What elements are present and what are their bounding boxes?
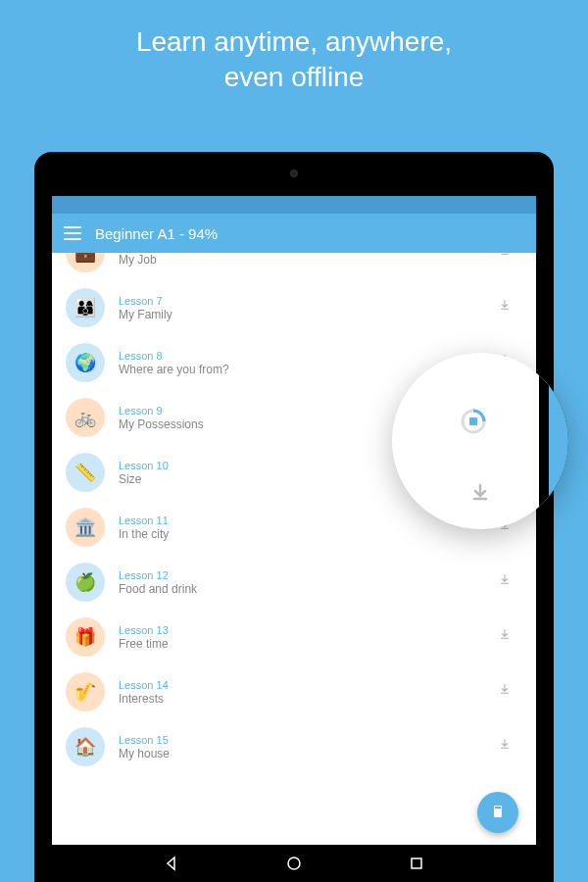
zoom-magnifier (392, 353, 568, 529)
lesson-label: Lesson 8 (119, 350, 497, 362)
lesson-icon: 🚲 (66, 398, 105, 437)
lesson-text: Lesson 12Food and drink (119, 569, 497, 596)
lesson-icon: 📏 (66, 453, 105, 492)
lesson-icon: 💼 (66, 253, 105, 272)
lesson-title: My house (119, 747, 497, 760)
svg-rect-5 (469, 417, 477, 425)
bookmark-icon (490, 804, 506, 821)
fab-button[interactable] (477, 792, 518, 833)
lesson-text: Lesson 14Interests (119, 679, 497, 706)
lesson-title: My Family (119, 308, 497, 321)
download-button[interactable] (497, 253, 516, 263)
promo-line2: even offline (224, 62, 365, 92)
lesson-text: Lesson 15My house (119, 734, 497, 760)
lesson-icon: 🎁 (66, 617, 105, 657)
lesson-title: Interests (119, 692, 497, 706)
lesson-text: Lesson 6My Job (119, 253, 497, 267)
lesson-title: My Job (119, 253, 497, 267)
lesson-row[interactable]: 🏠Lesson 15My house (52, 719, 536, 774)
device-screen: Beginner A1 - 94% 💼Lesson 6My Job👨‍👩‍👦Le… (52, 196, 536, 882)
lesson-title: In the city (119, 527, 497, 541)
android-statusbar (52, 196, 536, 214)
camera-dot (290, 170, 298, 177)
lesson-label: Lesson 13 (119, 624, 497, 636)
svg-point-2 (288, 858, 300, 869)
download-button[interactable] (497, 572, 516, 592)
lesson-label: Lesson 12 (119, 569, 497, 581)
svg-rect-3 (412, 858, 421, 868)
promo-line1: Learn anytime, anywhere, (136, 26, 452, 57)
lesson-label: Lesson 15 (119, 734, 497, 746)
recents-button[interactable] (407, 854, 426, 873)
lesson-row[interactable]: 🎷Lesson 14Interests (52, 664, 536, 719)
lesson-row[interactable]: 🍏Lesson 12Food and drink (52, 555, 536, 610)
lesson-icon: 🏠 (66, 727, 105, 766)
download-progress-icon (459, 407, 488, 436)
download-button[interactable] (497, 627, 516, 647)
lesson-icon: 🍏 (66, 563, 105, 602)
download-icon (468, 481, 492, 505)
download-button[interactable] (497, 298, 516, 318)
lesson-row[interactable]: 👨‍👩‍👦Lesson 7My Family (52, 280, 536, 335)
lesson-icon: 🌍 (66, 343, 105, 382)
home-button[interactable] (284, 854, 304, 873)
download-button[interactable] (497, 682, 516, 702)
lesson-title: Food and drink (119, 582, 497, 596)
lesson-icon: 🎷 (66, 672, 105, 711)
svg-rect-1 (495, 807, 501, 808)
download-button[interactable] (497, 737, 516, 757)
app-bar: Beginner A1 - 94% (52, 214, 536, 253)
promo-headline: Learn anytime, anywhere, even offline (0, 0, 588, 116)
lesson-icon: 🏛️ (66, 508, 105, 547)
lesson-row[interactable]: 💼Lesson 6My Job (52, 253, 536, 280)
hamburger-menu-icon[interactable] (64, 226, 81, 240)
app-bar-title: Beginner A1 - 94% (95, 225, 218, 242)
lesson-icon: 👨‍👩‍👦 (66, 288, 105, 327)
lesson-title: Free time (119, 637, 497, 651)
lesson-text: Lesson 7My Family (119, 295, 497, 321)
lesson-list[interactable]: 💼Lesson 6My Job👨‍👩‍👦Lesson 7My Family🌍Le… (52, 253, 536, 845)
lesson-text: Lesson 13Free time (119, 624, 497, 651)
lesson-row[interactable]: 🎁Lesson 13Free time (52, 610, 536, 664)
back-button[interactable] (162, 854, 181, 873)
lesson-label: Lesson 7 (119, 295, 497, 307)
android-navbar (52, 845, 536, 882)
lesson-label: Lesson 14 (119, 679, 497, 691)
